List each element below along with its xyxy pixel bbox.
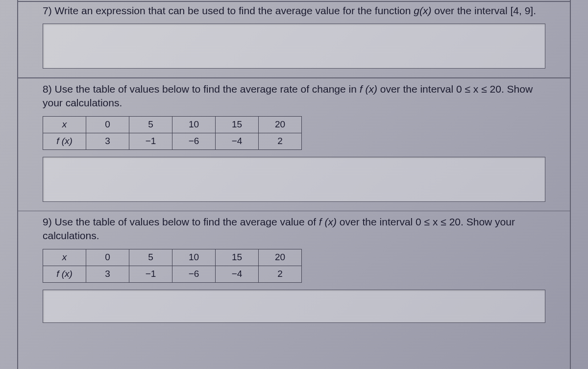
q8-cell: 20 <box>259 116 302 133</box>
q8-cell: −6 <box>172 133 216 149</box>
q8-cell: 10 <box>172 116 216 133</box>
q9-cell: −1 <box>129 266 172 282</box>
q9-text-part1: 9) Use the table of values below to find… <box>43 216 319 227</box>
question-9-table: x 0 5 10 15 20 f (x) 3 −1 −6 −4 2 <box>43 249 302 283</box>
question-8: 8) Use the table of values below to find… <box>43 82 545 202</box>
question-7-answer-box[interactable] <box>43 24 545 69</box>
q9-cell: −4 <box>216 266 259 282</box>
table-row: x 0 5 10 15 20 <box>43 249 302 266</box>
q9-cell: 5 <box>129 249 172 266</box>
question-8-answer-box[interactable] <box>43 157 545 202</box>
table-row: x 0 5 10 15 20 <box>43 116 302 133</box>
divider-8-9 <box>18 211 570 212</box>
question-7: 7) Write an expression that can be used … <box>43 4 545 69</box>
top-border <box>18 1 570 2</box>
q9-cell: 2 <box>259 266 302 282</box>
q8-text-part1: 8) Use the table of values below to find… <box>43 83 360 95</box>
q9-function: f (x) <box>319 216 337 227</box>
q8-row2-label: f (x) <box>43 133 86 149</box>
question-8-prompt: 8) Use the table of values below to find… <box>43 82 545 110</box>
question-7-prompt: 7) Write an expression that can be used … <box>43 4 545 18</box>
table-row: f (x) 3 −1 −6 −4 2 <box>43 266 302 282</box>
q8-row1-label: x <box>43 116 86 133</box>
q7-text-part1: 7) Write an expression that can be used … <box>43 5 414 16</box>
q9-row2-label: f (x) <box>43 266 86 282</box>
q8-cell: 3 <box>86 133 129 149</box>
q8-function: f (x) <box>360 83 377 95</box>
question-9-answer-box[interactable] <box>43 290 545 323</box>
q9-cell: 0 <box>86 249 129 266</box>
q9-cell: 15 <box>216 249 259 266</box>
q9-cell: 20 <box>259 249 302 266</box>
q8-cell: −1 <box>129 133 172 149</box>
q9-cell: −6 <box>172 266 216 282</box>
question-9: 9) Use the table of values below to find… <box>43 215 545 323</box>
q8-cell: 5 <box>129 116 172 133</box>
q8-cell: 15 <box>216 116 259 133</box>
divider-7-8 <box>18 77 570 78</box>
q7-text-part2: over the interval [4, 9]. <box>431 5 536 16</box>
q8-cell: 2 <box>259 133 302 149</box>
question-9-prompt: 9) Use the table of values below to find… <box>43 215 545 243</box>
q8-cell: −4 <box>216 133 259 149</box>
worksheet-page: 7) Write an expression that can be used … <box>17 0 571 369</box>
q9-cell: 3 <box>86 266 129 282</box>
q7-function: g(x) <box>414 5 431 16</box>
question-8-table: x 0 5 10 15 20 f (x) 3 −1 −6 −4 2 <box>43 116 302 150</box>
q9-row1-label: x <box>43 249 86 266</box>
q9-cell: 10 <box>172 249 216 266</box>
table-row: f (x) 3 −1 −6 −4 2 <box>43 133 302 149</box>
q8-cell: 0 <box>86 116 129 133</box>
